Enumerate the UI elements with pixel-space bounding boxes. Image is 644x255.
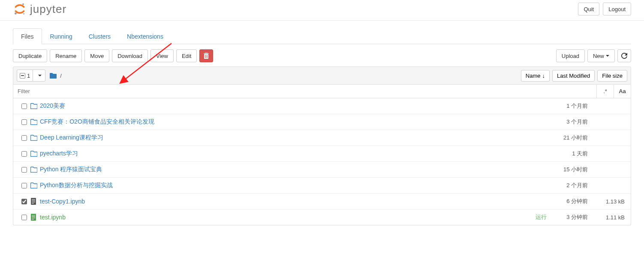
file-size: 1.13 kB: [588, 198, 626, 205]
svg-point-2: [23, 13, 24, 15]
file-checkbox[interactable]: [21, 119, 27, 125]
file-checkbox[interactable]: [21, 183, 27, 188]
folder-icon: [30, 182, 40, 188]
breadcrumb-separator: /: [60, 73, 62, 79]
header-buttons: Quit Logout: [578, 3, 631, 15]
file-checkbox[interactable]: [21, 215, 27, 220]
file-checkbox[interactable]: [21, 135, 27, 141]
caret-down-icon: [38, 75, 42, 76]
sort-name-label: Name: [526, 73, 541, 79]
file-status: 运行: [524, 213, 549, 221]
regex-toggle-button[interactable]: .*: [596, 85, 614, 98]
file-name-link[interactable]: 2020美赛: [40, 102, 524, 110]
file-name-link[interactable]: pyecharts学习: [40, 150, 524, 158]
logout-button[interactable]: Logout: [603, 3, 631, 15]
file-row: test-Copy1.ipynb6 分钟前1.13 kB: [13, 194, 631, 209]
file-row: pyecharts学习1 天前: [13, 146, 631, 162]
download-button[interactable]: Download: [112, 49, 148, 62]
header-bar: jupyter Quit Logout: [0, 0, 644, 21]
file-name-link[interactable]: CFF竞赛：O2O商铺食品安全相关评论发现: [40, 118, 524, 126]
file-modified: 15 小时前: [549, 166, 588, 173]
move-button[interactable]: Move: [84, 49, 109, 62]
file-name-link[interactable]: Python 程序猿面试宝典: [40, 166, 524, 173]
file-name-link[interactable]: Python数据分析与挖掘实战: [40, 182, 524, 189]
notebook-icon: [30, 198, 40, 205]
view-button[interactable]: View: [150, 49, 174, 62]
file-modified: 1 个月前: [549, 102, 588, 110]
file-name-link[interactable]: Deep Learning课程学习: [40, 134, 524, 142]
notebook-icon: [30, 214, 40, 221]
tabs-bar: FilesRunningClustersNbextensions: [13, 28, 631, 44]
file-modified: 3 分钟前: [549, 213, 588, 221]
folder-icon: [30, 119, 40, 125]
file-checkbox[interactable]: [21, 167, 27, 173]
file-list: 2020美赛1 个月前CFF竞赛：O2O商铺食品安全相关评论发现3 个月前Dee…: [13, 98, 631, 225]
delete-button[interactable]: [199, 49, 213, 62]
file-modified: 21 小时前: [549, 134, 588, 142]
file-checkbox[interactable]: [21, 199, 27, 204]
folder-icon: [30, 135, 40, 141]
jupyter-brand-text: jupyter: [30, 3, 66, 16]
sort-down-icon: ↓: [542, 73, 545, 79]
new-label: New: [593, 53, 604, 59]
filter-input[interactable]: [13, 85, 596, 98]
file-modified: 3 个月前: [549, 118, 588, 126]
breadcrumb[interactable]: /: [50, 73, 63, 79]
file-row: test.ipynb运行3 分钟前1.11 kB: [13, 209, 631, 225]
svg-point-1: [15, 12, 17, 15]
file-row: CFF竞赛：O2O商铺食品安全相关评论发现3 个月前: [13, 114, 631, 130]
rename-button[interactable]: Rename: [50, 49, 82, 62]
indeterminate-checkbox-icon: [20, 73, 25, 79]
edit-button[interactable]: Edit: [176, 49, 197, 62]
quit-button[interactable]: Quit: [578, 3, 599, 15]
folder-icon: [30, 167, 40, 173]
duplicate-button[interactable]: Duplicate: [13, 49, 47, 62]
file-modified: 1 天前: [549, 150, 588, 158]
file-size: 1.11 kB: [588, 214, 626, 221]
filter-row: .* Aa: [13, 85, 631, 98]
action-toolbar: Duplicate Rename Move Download View Edit…: [13, 49, 631, 62]
refresh-button[interactable]: [617, 49, 631, 62]
list-header: 1 / Name ↓ Last Modified File size: [13, 67, 631, 85]
file-checkbox[interactable]: [21, 103, 27, 109]
trash-icon: [204, 53, 209, 59]
file-name-link[interactable]: test-Copy1.ipynb: [40, 198, 524, 205]
file-name-link[interactable]: test.ipynb: [40, 214, 524, 221]
upload-button[interactable]: Upload: [556, 49, 585, 62]
file-row: Python 程序猿面试宝典15 小时前: [13, 162, 631, 178]
refresh-icon: [621, 53, 627, 59]
file-modified: 6 分钟前: [549, 197, 588, 205]
selected-count: 1: [27, 73, 30, 79]
sort-name-button[interactable]: Name ↓: [521, 70, 550, 82]
folder-home-icon: [50, 73, 57, 79]
sort-modified-button[interactable]: Last Modified: [552, 70, 595, 82]
case-toggle-button[interactable]: Aa: [614, 85, 631, 98]
select-all-dropdown[interactable]: 1: [17, 70, 45, 82]
caret-down-icon: [606, 55, 609, 57]
file-row: Python数据分析与挖掘实战2 个月前: [13, 178, 631, 194]
tab-files[interactable]: Files: [13, 28, 42, 44]
file-row: 2020美赛1 个月前: [13, 98, 631, 114]
jupyter-logo[interactable]: jupyter: [13, 2, 66, 16]
tab-running[interactable]: Running: [42, 28, 81, 44]
folder-icon: [30, 151, 40, 157]
new-dropdown-button[interactable]: New: [587, 49, 615, 62]
file-modified: 2 个月前: [549, 182, 588, 189]
tab-clusters[interactable]: Clusters: [81, 28, 119, 44]
jupyter-logo-icon: [13, 2, 27, 16]
folder-icon: [30, 103, 40, 109]
file-checkbox[interactable]: [21, 151, 27, 157]
svg-point-0: [22, 3, 24, 5]
tab-nbextensions[interactable]: Nbextensions: [119, 28, 172, 44]
sort-size-button[interactable]: File size: [597, 70, 627, 82]
file-row: Deep Learning课程学习21 小时前: [13, 130, 631, 146]
